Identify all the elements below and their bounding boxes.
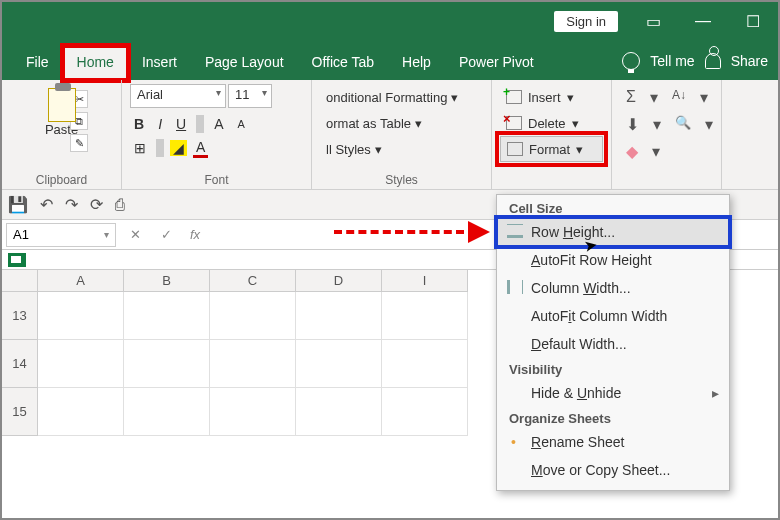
menu-hide-unhide[interactable]: Hide & Unhide (497, 379, 729, 407)
annotation-red-arrow (334, 230, 484, 234)
insert-cells-icon (506, 90, 522, 104)
format-cells-icon (507, 142, 523, 156)
cell[interactable] (296, 388, 382, 436)
cell[interactable] (210, 340, 296, 388)
cell-styles-button[interactable]: ll Styles ▾ (320, 136, 483, 162)
ribbon-display-icon[interactable]: ▭ (638, 12, 668, 31)
col-header[interactable]: I (382, 270, 468, 292)
name-box[interactable]: A1 (6, 223, 116, 247)
underline-button[interactable]: U (172, 116, 190, 132)
cells-format-button[interactable]: Format ▾ (500, 136, 603, 162)
font-group: Arial 11 B I U A A ⊞ ◢ A Font (122, 80, 312, 189)
cell[interactable] (382, 340, 468, 388)
col-header[interactable]: D (296, 270, 382, 292)
cancel-formula-icon[interactable]: ✕ (120, 227, 151, 242)
styles-group-label: Styles (320, 173, 483, 187)
menu-row-height[interactable]: Row Height... (497, 218, 729, 246)
qat-icon[interactable]: ⟳ (90, 195, 103, 214)
excel-icon (8, 253, 26, 267)
cells-group: Insert ▾ Delete ▾ Format ▾ (492, 80, 612, 189)
cell[interactable] (296, 292, 382, 340)
font-color-icon[interactable]: A (193, 139, 208, 158)
cell[interactable] (296, 340, 382, 388)
col-header[interactable]: B (124, 270, 210, 292)
menu-column-width[interactable]: Column Width... (497, 274, 729, 302)
cell[interactable] (382, 388, 468, 436)
increase-font-icon[interactable]: A (210, 116, 227, 132)
paste-button[interactable]: Paste (10, 88, 113, 137)
share-button[interactable]: Share (731, 53, 768, 69)
styles-group: onditional Formatting ▾ ormat as Table ▾… (312, 80, 492, 189)
format-dropdown-menu: Cell Size Row Height... AutoFit Row Heig… (496, 194, 730, 491)
cells-delete-button[interactable]: Delete ▾ (500, 110, 603, 136)
fill-icon[interactable]: ⬇ (626, 115, 639, 134)
select-all-corner[interactable] (2, 270, 38, 292)
menu-rename-sheet[interactable]: Rename Sheet (497, 428, 729, 456)
sort-filter-icon[interactable]: A↓ (672, 88, 686, 107)
cells-insert-button[interactable]: Insert ▾ (500, 84, 603, 110)
menu-section-organize: Organize Sheets (497, 407, 729, 428)
cell[interactable] (38, 388, 124, 436)
font-group-label: Font (130, 173, 303, 187)
row-header[interactable]: 13 (2, 292, 38, 340)
menu-default-width[interactable]: Default Width... (497, 330, 729, 358)
tab-office-tab[interactable]: Office Tab (298, 46, 389, 80)
tab-insert[interactable]: Insert (128, 46, 191, 80)
person-icon (705, 53, 721, 69)
tab-file[interactable]: File (12, 46, 63, 80)
undo-icon[interactable]: ↶ (40, 195, 53, 214)
redo-icon[interactable]: ↷ (65, 195, 78, 214)
clipboard-icon (48, 88, 76, 122)
col-header[interactable]: A (38, 270, 124, 292)
tell-me-button[interactable]: Tell me (650, 53, 694, 69)
qat-icon[interactable]: ⎙ (115, 196, 125, 214)
delete-cells-icon (506, 116, 522, 130)
decrease-font-icon[interactable]: A (233, 118, 248, 130)
clipboard-group: ✂ ⧉ ✎ Paste Clipboard (2, 80, 122, 189)
font-name-combo[interactable]: Arial (130, 84, 226, 108)
window-titlebar: Sign in ▭ — ☐ (2, 2, 778, 40)
maximize-icon[interactable]: ☐ (738, 12, 768, 31)
cell[interactable] (210, 292, 296, 340)
autosum-icon[interactable]: Σ (626, 88, 636, 107)
save-icon[interactable]: 💾 (8, 195, 28, 214)
ribbon: ✂ ⧉ ✎ Paste Clipboard Arial 11 B I U A A… (2, 80, 778, 190)
menu-move-copy-sheet[interactable]: Move or Copy Sheet... (497, 456, 729, 484)
conditional-formatting-button[interactable]: onditional Formatting ▾ (320, 84, 483, 110)
editing-group: Σ▾ A↓▾ ⬇▾ 🔍▾ ◆▾ (612, 80, 722, 189)
tab-help[interactable]: Help (388, 46, 445, 80)
menu-autofit-row[interactable]: AutoFit Row Height (497, 246, 729, 274)
row-height-icon (507, 224, 523, 238)
signin-button[interactable]: Sign in (554, 11, 618, 32)
tab-power-pivot[interactable]: Power Pivot (445, 46, 548, 80)
cell[interactable] (124, 340, 210, 388)
ribbon-tabs: File Home Insert Page Layout Office Tab … (2, 40, 778, 80)
format-as-table-button[interactable]: ormat as Table ▾ (320, 110, 483, 136)
minimize-icon[interactable]: — (688, 12, 718, 30)
menu-section-visibility: Visibility (497, 358, 729, 379)
cell[interactable] (38, 292, 124, 340)
border-icon[interactable]: ⊞ (130, 140, 150, 156)
col-header[interactable]: C (210, 270, 296, 292)
cell[interactable] (382, 292, 468, 340)
menu-autofit-column[interactable]: AutoFit Column Width (497, 302, 729, 330)
tab-page-layout[interactable]: Page Layout (191, 46, 298, 80)
fill-color-icon[interactable]: ◢ (170, 140, 187, 156)
font-size-combo[interactable]: 11 (228, 84, 272, 108)
cell[interactable] (210, 388, 296, 436)
cell[interactable] (124, 388, 210, 436)
cell[interactable] (38, 340, 124, 388)
row-header[interactable]: 14 (2, 340, 38, 388)
cell[interactable] (124, 292, 210, 340)
clipboard-group-label: Clipboard (10, 173, 113, 187)
menu-section-cell-size: Cell Size (497, 197, 729, 218)
fx-label[interactable]: fx (182, 227, 200, 242)
row-header[interactable]: 15 (2, 388, 38, 436)
clear-icon[interactable]: ◆ (626, 142, 638, 161)
italic-button[interactable]: I (154, 116, 166, 132)
find-icon[interactable]: 🔍 (675, 115, 691, 134)
enter-formula-icon[interactable]: ✓ (151, 227, 182, 242)
bold-button[interactable]: B (130, 116, 148, 132)
tab-home[interactable]: Home (63, 46, 128, 80)
format-painter-icon[interactable]: ✎ (70, 134, 88, 152)
